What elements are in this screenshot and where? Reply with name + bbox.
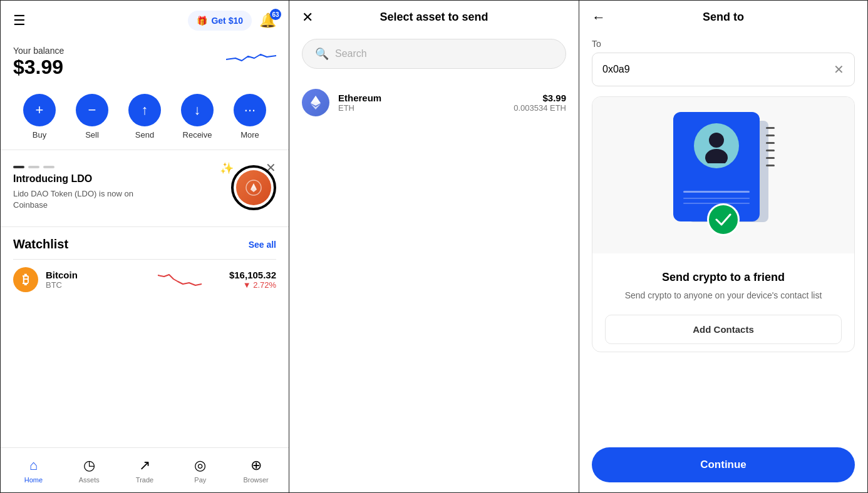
panel-title: Select asset to send — [380, 11, 488, 24]
avatar-circle — [694, 123, 739, 168]
star-icon: ✨ — [220, 161, 234, 175]
back-button[interactable]: ← — [592, 9, 606, 26]
clear-address-button[interactable]: ✕ — [834, 62, 844, 77]
search-box[interactable]: 🔍 Search — [302, 39, 566, 69]
search-section: 🔍 Search — [289, 34, 579, 79]
card-illustration — [592, 97, 854, 253]
to-address-input[interactable]: 0x0a9 ✕ — [592, 53, 855, 86]
more-label: More — [240, 130, 259, 140]
see-all-link[interactable]: See all — [249, 240, 276, 250]
watchlist-price: $16,105.32 ▼ 2.72% — [229, 270, 276, 290]
asset-symbol: BTC — [46, 280, 130, 290]
header-right: 🎁 Get $10 🔔 63 — [188, 11, 276, 31]
card-sub-text: Send crypto to anyone on your device's c… — [605, 289, 842, 302]
price-value: $16,105.32 — [229, 270, 276, 280]
trade-nav-label: Trade — [136, 476, 153, 484]
dot-2 — [28, 166, 39, 168]
receive-circle: ↓ — [181, 94, 214, 126]
promo-content: Introducing LDO Lido DAO Token (LDO) is … — [13, 166, 151, 211]
card-text: Send crypto to a friend Send crypto to a… — [592, 253, 854, 315]
browser-nav-icon: ⊕ — [251, 457, 262, 474]
home-nav-label: Home — [24, 476, 43, 484]
send-circle: ↑ — [128, 94, 161, 126]
trade-nav-icon: ↗ — [139, 457, 150, 474]
nav-trade[interactable]: ↗ Trade — [117, 457, 173, 484]
promo-title: Introducing LDO — [13, 173, 151, 185]
nav-pay[interactable]: ◎ Pay — [172, 457, 228, 484]
watchlist-title: Watchlist — [13, 237, 68, 252]
buy-action[interactable]: + Buy — [23, 94, 56, 140]
balance-sparkline — [226, 47, 276, 71]
card-main-text: Send crypto to a friend — [605, 271, 842, 284]
asset-symbol: ETH — [338, 103, 505, 113]
send-to-panel: ← Send to To 0x0a9 ✕ — [579, 0, 868, 493]
buy-label: Buy — [33, 130, 46, 140]
select-asset-header: ✕ Select asset to send — [289, 1, 579, 34]
buy-circle: + — [23, 94, 56, 126]
asset-crypto-value: 0.003534 ETH — [514, 103, 566, 113]
receive-label: Receive — [183, 130, 212, 140]
asset-name: Ethereum — [338, 93, 505, 103]
asset-name: Bitcoin — [46, 270, 130, 280]
send-action[interactable]: ↑ Send — [128, 94, 161, 140]
search-icon: 🔍 — [315, 47, 329, 61]
panel-title: Send to — [703, 11, 744, 24]
watchlist-header: Watchlist See all — [13, 237, 276, 252]
send-crypto-card: Send crypto to a friend Send crypto to a… — [592, 96, 855, 352]
menu-icon[interactable]: ☰ — [13, 13, 26, 29]
notification-bell[interactable]: 🔔 63 — [259, 13, 276, 29]
close-button[interactable]: ✕ — [302, 9, 313, 26]
send-label: Send — [135, 130, 154, 140]
pay-nav-icon: ◎ — [194, 457, 206, 474]
asset-usd-value: $3.99 — [514, 93, 566, 103]
ethereum-icon — [302, 89, 329, 116]
sell-circle: − — [76, 94, 108, 126]
to-section: To 0x0a9 ✕ — [579, 34, 867, 96]
list-item[interactable]: Ethereum ETH $3.99 0.003534 ETH — [289, 79, 579, 126]
btc-sparkline — [137, 270, 221, 289]
nav-home[interactable]: ⌂ Home — [6, 457, 61, 484]
add-contacts-button[interactable]: Add Contacts — [605, 315, 842, 344]
book-spirals — [766, 127, 775, 166]
pay-nav-label: Pay — [194, 476, 206, 484]
assets-nav-icon: ◷ — [83, 457, 95, 474]
continue-section: Continue — [579, 437, 867, 492]
svg-point-5 — [709, 133, 724, 148]
address-value: 0x0a9 — [602, 64, 630, 75]
receive-action[interactable]: ↓ Receive — [181, 94, 214, 140]
price-change: ▼ 2.72% — [229, 280, 276, 290]
get-money-button[interactable]: 🎁 Get $10 — [188, 11, 252, 31]
dot-3 — [43, 166, 54, 168]
continue-button[interactable]: Continue — [592, 447, 855, 482]
card-lines — [683, 191, 750, 204]
search-input[interactable]: Search — [335, 48, 553, 59]
promo-banner: Introducing LDO Lido DAO Token (LDO) is … — [1, 150, 289, 226]
home-panel: ☰ 🎁 Get $10 🔔 63 Your balance $3.99 + Bu… — [0, 0, 289, 493]
svg-marker-3 — [311, 96, 316, 103]
svg-point-6 — [705, 149, 728, 163]
nav-assets[interactable]: ◷ Assets — [61, 457, 117, 484]
sell-action[interactable]: − Sell — [76, 94, 108, 140]
more-action[interactable]: ··· More — [234, 94, 266, 140]
check-circle — [707, 203, 740, 236]
home-nav-icon: ⌂ — [29, 457, 38, 474]
sell-label: Sell — [85, 130, 99, 140]
action-buttons: + Buy − Sell ↑ Send ↓ Receive ··· More — [1, 89, 289, 150]
ldo-outer-ring — [231, 165, 276, 210]
asset-info: Ethereum ETH — [338, 93, 505, 113]
promo-dots — [13, 166, 151, 168]
bottom-nav: ⌂ Home ◷ Assets ↗ Trade ◎ Pay ⊕ Browser — [1, 447, 289, 492]
assets-nav-label: Assets — [79, 476, 100, 484]
get-money-label: Get $10 — [211, 16, 243, 26]
nav-browser[interactable]: ⊕ Browser — [228, 457, 284, 484]
send-to-header: ← Send to — [579, 1, 867, 34]
to-label: To — [592, 39, 855, 49]
home-header: ☰ 🎁 Get $10 🔔 63 — [1, 1, 289, 41]
bitcoin-icon: ₿ — [13, 267, 38, 292]
list-item[interactable]: ₿ Bitcoin BTC $16,105.32 ▼ 2.72% — [13, 259, 276, 300]
contact-book-image — [673, 112, 773, 225]
gift-icon: 🎁 — [197, 16, 207, 26]
watchlist-info: Bitcoin BTC — [46, 270, 130, 290]
dot-1 — [13, 166, 24, 168]
notification-badge: 63 — [270, 9, 281, 20]
